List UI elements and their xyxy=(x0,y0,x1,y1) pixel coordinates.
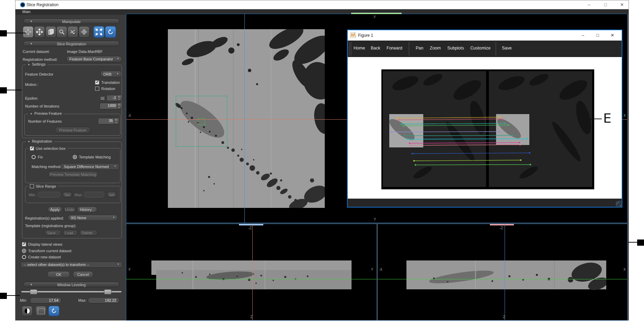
axis-label-bottom: Z xyxy=(250,315,253,319)
iterations-label: Number of Iterations xyxy=(25,104,59,108)
target-tool-button[interactable] xyxy=(79,26,90,38)
other-dataset-select[interactable]: -- select other dataset(s) to transform … xyxy=(21,261,122,268)
viewer-lateral-left[interactable]: -Z -Y Y Z xyxy=(126,224,377,321)
undo-button[interactable]: Undo xyxy=(64,207,76,213)
reset-view-button[interactable] xyxy=(105,26,116,38)
window-level-max-handle[interactable] xyxy=(104,289,112,294)
figure-tool-subplots[interactable]: Subplots xyxy=(447,46,464,51)
invert-contrast-button[interactable] xyxy=(22,306,33,316)
figure-minimize-button[interactable]: – xyxy=(578,32,588,39)
rotation-checkbox[interactable] xyxy=(95,87,99,91)
ok-button[interactable]: OK xyxy=(47,271,70,278)
target-icon xyxy=(81,29,88,35)
create-new-radio[interactable] xyxy=(22,255,26,259)
figure-tool-pan[interactable]: Pan xyxy=(416,46,423,51)
template-load-button[interactable]: Load... xyxy=(63,230,78,236)
level-max-input[interactable]: 192.22 xyxy=(88,297,119,303)
spin-down-icon[interactable]: ▼ xyxy=(118,107,120,109)
matching-method-select[interactable]: Square Difference Normed ▼ xyxy=(61,163,119,170)
history-button[interactable]: History... xyxy=(77,207,97,213)
zoom-tool-button[interactable] xyxy=(56,26,67,38)
axis-label-top: -Y xyxy=(373,15,376,19)
window-level-min-handle[interactable] xyxy=(30,289,37,294)
slice-range-max-set-button[interactable]: Set xyxy=(106,192,117,198)
collapse-triangle-icon: ▼ xyxy=(30,282,33,288)
rotate-slice-tool-button[interactable] xyxy=(67,26,78,38)
manipulate-header[interactable]: ▼ Manipulate xyxy=(23,19,119,24)
axis-label-right: X xyxy=(623,268,626,271)
figure-tool-save[interactable]: Save xyxy=(502,46,512,51)
figure-window[interactable]: Figure 1 – □ ✕ Home Back Forward Pan Zoo… xyxy=(347,30,622,208)
figure-tool-home[interactable]: Home xyxy=(354,46,365,51)
iterations-spinner[interactable]: 1000 ▲▼ xyxy=(100,103,122,109)
reset-leveling-button[interactable] xyxy=(48,306,59,316)
app-minimize-button[interactable]: – xyxy=(585,1,594,8)
figure-tool-customize[interactable]: Customize xyxy=(470,46,491,51)
slice-range-checkbox[interactable] xyxy=(30,184,34,188)
preview-template-matching-button[interactable]: Preview Template Matching xyxy=(48,171,98,178)
spinner-buttons[interactable]: ▲▼ xyxy=(114,118,119,124)
preview-feature-button[interactable]: Preview Feature xyxy=(55,127,91,134)
transform-current-radio[interactable] xyxy=(22,249,26,253)
epsilon-spinner[interactable]: -1 ▲▼ xyxy=(106,95,122,101)
cancel-button[interactable]: Cancel xyxy=(73,271,93,278)
check-icon: ✓ xyxy=(31,146,34,150)
spin-up-icon[interactable]: ▲ xyxy=(115,119,117,121)
template-delete-button[interactable]: Delete... xyxy=(79,230,98,236)
chevron-down-icon: ▼ xyxy=(113,215,115,220)
figure-close-button[interactable]: ✕ xyxy=(607,32,618,39)
slice-range-group: Slice Range Min: Set Max: Set xyxy=(25,186,120,203)
use-selection-box-checkbox[interactable]: ✓ xyxy=(30,146,34,151)
slice-range-max-input[interactable] xyxy=(84,192,104,198)
annotation-marker-4 xyxy=(637,240,644,246)
registrations-applied-select[interactable]: 00) None ▼ xyxy=(68,215,118,221)
spin-up-icon[interactable]: ▲ xyxy=(118,96,120,98)
resize-grip[interactable] xyxy=(616,201,621,207)
selection-box-toggle-button[interactable] xyxy=(35,306,46,316)
move-tool-button[interactable] xyxy=(34,26,45,38)
display-lateral-views-checkbox[interactable]: ✓ xyxy=(22,242,26,246)
translation-checkbox[interactable]: ✓ xyxy=(95,80,99,85)
num-features-value: 35 xyxy=(98,119,114,123)
lateral-crosshair-vertical xyxy=(505,224,505,321)
layers-tool-button[interactable] xyxy=(45,26,56,38)
slice-registration-header[interactable]: ▼ Slice Registration xyxy=(23,41,119,46)
preview-feature-legend: ▼Preview Feature xyxy=(28,111,64,115)
figure-tool-back[interactable]: Back xyxy=(371,46,380,51)
fix-radio[interactable] xyxy=(32,155,36,159)
window-leveling-header[interactable]: ▼ Window Leveling xyxy=(23,282,119,287)
template-matching-radio[interactable] xyxy=(73,155,77,159)
slice-indicator-green xyxy=(351,13,402,14)
figure-tool-zoom[interactable]: Zoom xyxy=(430,46,441,51)
create-new-label: Create new dataset xyxy=(28,255,61,259)
translation-label: Translation xyxy=(101,80,120,85)
registration-method-select[interactable]: Feature Base Comparator ▼ xyxy=(66,56,122,62)
spinner-buttons[interactable]: ▲▼ xyxy=(117,103,122,109)
toolbar-grip[interactable] xyxy=(349,42,351,56)
crosshair-tool-button[interactable] xyxy=(23,26,34,38)
slice-range-min-set-button[interactable]: Set xyxy=(62,192,72,198)
spin-down-icon[interactable]: ▼ xyxy=(115,122,117,124)
app-close-button[interactable]: ✕ xyxy=(618,1,626,8)
level-min-label: Min: xyxy=(20,298,27,302)
viewer-lateral-right[interactable]: -Z -X X Z xyxy=(377,224,628,321)
figure-tool-forward[interactable]: Forward xyxy=(387,46,402,51)
app-maximize-button[interactable]: □ xyxy=(601,1,610,8)
app-titlebar[interactable]: Slice Registration – □ ✕ xyxy=(15,0,629,9)
slice-range-min-input[interactable] xyxy=(38,192,60,198)
figure-canvas[interactable] xyxy=(348,57,622,199)
level-min-input[interactable]: 17.54 xyxy=(30,297,61,303)
apply-button[interactable]: Apply xyxy=(48,207,62,213)
menu-main[interactable]: Main xyxy=(22,10,31,14)
spin-up-icon[interactable]: ▲ xyxy=(118,103,120,105)
figure-titlebar[interactable]: Figure 1 – □ ✕ xyxy=(348,30,622,41)
expand-view-button[interactable] xyxy=(93,26,104,38)
feature-detector-select[interactable]: ORB ▼ xyxy=(100,71,122,77)
template-save-button[interactable]: Save... xyxy=(44,230,61,236)
figure-maximize-button[interactable]: □ xyxy=(593,32,603,39)
lateral-crosshair-vertical xyxy=(252,224,253,321)
display-lateral-views-label: Display lateral views xyxy=(28,242,62,246)
num-features-spinner[interactable]: 35 ▲▼ xyxy=(98,118,119,124)
spinner-buttons[interactable]: ▲▼ xyxy=(117,95,122,101)
spin-down-icon[interactable]: ▼ xyxy=(118,98,120,100)
